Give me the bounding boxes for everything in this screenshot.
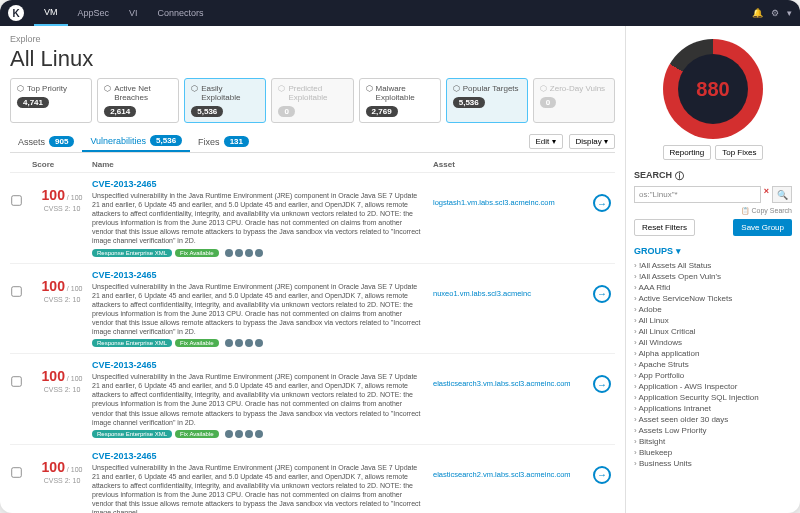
vuln-description: Unspecified vulnerability in the Java Ru… — [92, 372, 425, 427]
logo[interactable]: K — [8, 5, 24, 21]
group-item[interactable]: Application Security SQL Injection — [634, 392, 792, 403]
col-asset[interactable]: Asset — [433, 160, 593, 169]
nav-connectors[interactable]: Connectors — [148, 0, 214, 26]
metric-card[interactable]: ⬡Popular Targets5,536 — [446, 78, 528, 123]
asset-link[interactable]: elasticsearch3.vm.labs.scl3.acmeinc.com — [433, 379, 571, 388]
metric-card[interactable]: ⬡Top Priority4,741 — [10, 78, 92, 123]
asset-link[interactable]: logstash1.vm.labs.scl3.acmeinc.com — [433, 198, 555, 207]
row-action-button[interactable]: → — [593, 194, 611, 212]
group-item[interactable]: Application - AWS Inspector — [634, 381, 792, 392]
save-group-button[interactable]: Save Group — [733, 219, 792, 236]
row-checkbox[interactable] — [11, 467, 21, 477]
copy-search-link[interactable]: 📋 Copy Search — [634, 207, 792, 215]
metric-card[interactable]: ⬡Predicted Exploitable0 — [271, 78, 353, 123]
group-item[interactable]: Apache Struts — [634, 359, 792, 370]
nav-vm[interactable]: VM — [34, 0, 68, 26]
tab-vulnerabilities[interactable]: Vulnerabilities5,536 — [82, 131, 190, 152]
row-action-button[interactable]: → — [593, 285, 611, 303]
group-item[interactable]: Bluekeep — [634, 447, 792, 458]
cve-link[interactable]: CVE-2013-2465 — [92, 270, 157, 280]
group-item[interactable]: Asset seen older 30 days — [634, 414, 792, 425]
group-item[interactable]: !All Assets Open Vuln's — [634, 271, 792, 282]
vuln-description: Unspecified vulnerability in the Java Ru… — [92, 191, 425, 246]
chevron-down-icon[interactable]: ▾ — [787, 8, 792, 18]
table-row: 100 / 100CVSS 2: 10CVE-2013-2465Unspecif… — [10, 445, 615, 513]
metric-card[interactable]: ⬡Malware Exploitable2,769 — [359, 78, 441, 123]
group-item[interactable]: Active ServiceNow Tickets — [634, 293, 792, 304]
groups-list: !All Assets All Status!All Assets Open V… — [634, 260, 792, 469]
risk-gauge: 880 — [663, 39, 763, 139]
col-name[interactable]: Name — [92, 160, 433, 169]
top-fixes-button[interactable]: Top Fixes — [715, 145, 763, 160]
cve-link[interactable]: CVE-2013-2465 — [92, 179, 157, 189]
clear-search-icon[interactable]: × — [764, 186, 769, 203]
table-row: 100 / 100CVSS 2: 10CVE-2013-2465Unspecif… — [10, 354, 615, 445]
breadcrumb: Explore — [10, 34, 615, 44]
search-button[interactable]: 🔍 — [772, 186, 792, 203]
bell-icon[interactable]: 🔔 — [752, 8, 763, 18]
vuln-table-body: 100 / 100CVSS 2: 10CVE-2013-2465Unspecif… — [10, 173, 615, 513]
table-row: 100 / 100CVSS 2: 10CVE-2013-2465Unspecif… — [10, 173, 615, 264]
table-row: 100 / 100CVSS 2: 10CVE-2013-2465Unspecif… — [10, 264, 615, 355]
row-action-button[interactable]: → — [593, 466, 611, 484]
metric-card[interactable]: ⬡Easily Exploitable5,536 — [184, 78, 266, 123]
vuln-description: Unspecified vulnerability in the Java Ru… — [92, 463, 425, 513]
row-checkbox[interactable] — [11, 376, 21, 386]
group-item[interactable]: AAA Rfid — [634, 282, 792, 293]
gear-icon[interactable]: ⚙ — [771, 8, 779, 18]
metric-cards: ⬡Top Priority4,741⬡Active Net Breaches2,… — [10, 78, 615, 123]
group-item[interactable]: Business Units — [634, 458, 792, 469]
cve-link[interactable]: CVE-2013-2465 — [92, 360, 157, 370]
search-label: SEARCHⓘ — [634, 170, 792, 183]
group-item[interactable]: App Portfolio — [634, 370, 792, 381]
group-item[interactable]: All Windows — [634, 337, 792, 348]
group-item[interactable]: Assets Low Priority — [634, 425, 792, 436]
asset-link[interactable]: elasticsearch2.vm.labs.scl3.acmeinc.com — [433, 470, 571, 479]
groups-label[interactable]: GROUPS ▾ — [634, 246, 792, 256]
group-item[interactable]: !All Assets All Status — [634, 260, 792, 271]
cve-link[interactable]: CVE-2013-2465 — [92, 451, 157, 461]
group-item[interactable]: Alpha application — [634, 348, 792, 359]
tab-bar: Assets905 Vulnerabilities5,536 Fixes131 … — [10, 131, 615, 153]
help-icon[interactable]: ⓘ — [675, 170, 684, 183]
row-checkbox[interactable] — [11, 195, 21, 205]
group-item[interactable]: Bitsight — [634, 436, 792, 447]
group-item[interactable]: All Linux Critical — [634, 326, 792, 337]
page-title: All Linux — [10, 46, 615, 72]
search-input[interactable] — [634, 186, 761, 203]
asset-link[interactable]: nuxeo1.vm.labs.scl3.acmeinc — [433, 289, 531, 298]
vuln-description: Unspecified vulnerability in the Java Ru… — [92, 282, 425, 337]
row-action-button[interactable]: → — [593, 375, 611, 393]
display-button[interactable]: Display ▾ — [569, 134, 615, 149]
group-item[interactable]: Applications Intranet — [634, 403, 792, 414]
col-score[interactable]: Score — [32, 160, 92, 169]
metric-card[interactable]: ⬡Zero-Day Vulns0 — [533, 78, 615, 123]
row-checkbox[interactable] — [11, 286, 21, 296]
top-navbar: K VM AppSec VI Connectors 🔔 ⚙ ▾ — [0, 0, 800, 26]
tab-assets[interactable]: Assets905 — [10, 132, 82, 151]
reporting-button[interactable]: Reporting — [663, 145, 712, 160]
reset-filters-button[interactable]: Reset Filters — [634, 219, 695, 236]
group-item[interactable]: Adobe — [634, 304, 792, 315]
metric-card[interactable]: ⬡Active Net Breaches2,614 — [97, 78, 179, 123]
nav-vi[interactable]: VI — [119, 0, 148, 26]
group-item[interactable]: All Linux — [634, 315, 792, 326]
table-header: Score Name Asset — [10, 157, 615, 173]
gauge-value: 880 — [696, 78, 729, 101]
tab-fixes[interactable]: Fixes131 — [190, 132, 257, 151]
edit-button[interactable]: Edit ▾ — [529, 134, 563, 149]
nav-appsec[interactable]: AppSec — [68, 0, 120, 26]
